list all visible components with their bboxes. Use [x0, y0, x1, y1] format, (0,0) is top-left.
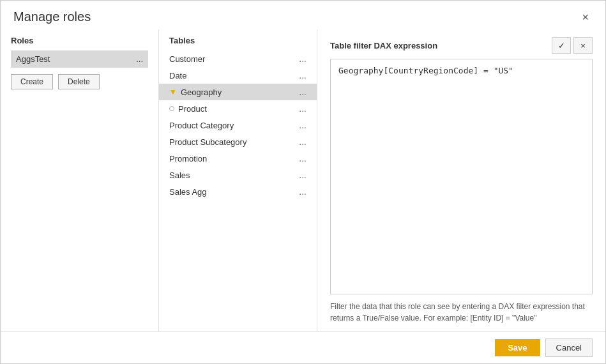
tables-pane: Tables Customer...Date...▼Geography...Pr… [159, 29, 317, 331]
create-button[interactable]: Create [11, 74, 53, 89]
dialog-body: Roles AggsTest ... Create Delete Tables … [1, 29, 605, 331]
tables-list: Customer...Date...▼Geography...Product..… [159, 50, 317, 200]
table-ellipsis[interactable]: ... [299, 153, 307, 163]
close-button[interactable]: × [578, 10, 593, 24]
dialog-title: Manage roles [13, 10, 91, 24]
table-item[interactable]: Promotion... [159, 150, 317, 167]
role-ellipsis[interactable]: ... [136, 54, 143, 64]
table-item[interactable]: Product Category... [159, 117, 317, 133]
manage-roles-dialog: Manage roles × Roles AggsTest ... Create… [0, 0, 606, 364]
dax-pane: Table filter DAX expression ✓ × Filter t… [317, 29, 605, 331]
dot-icon [169, 106, 174, 111]
table-ellipsis[interactable]: ... [299, 120, 307, 130]
table-item[interactable]: Customer... [159, 50, 317, 67]
dax-title: Table filter DAX expression [330, 41, 437, 50]
table-name: Sales [169, 171, 190, 180]
filter-icon: ▼ [169, 87, 177, 96]
table-item[interactable]: Sales Agg... [159, 183, 317, 200]
table-name: Product Subcategory [169, 137, 246, 147]
table-ellipsis[interactable]: ... [299, 70, 307, 80]
table-ellipsis[interactable]: ... [299, 54, 307, 64]
dax-expression-editor[interactable] [330, 59, 593, 294]
table-item[interactable]: Date... [159, 67, 317, 84]
dax-hint: Filter the data that this role can see b… [330, 301, 593, 324]
title-bar: Manage roles × [1, 1, 605, 29]
delete-button[interactable]: Delete [58, 74, 100, 89]
table-name: Date [169, 71, 186, 80]
dax-cancel-button[interactable]: × [573, 37, 593, 54]
table-name: Geography [181, 87, 222, 97]
table-name: Product Category [169, 121, 234, 130]
role-name: AggsTest [16, 54, 50, 64]
roles-pane: Roles AggsTest ... Create Delete [1, 29, 159, 331]
table-name: Promotion [169, 154, 207, 163]
table-item[interactable]: Product Subcategory... [159, 133, 317, 150]
table-ellipsis[interactable]: ... [299, 170, 307, 180]
role-item[interactable]: AggsTest ... [11, 50, 148, 68]
table-ellipsis[interactable]: ... [299, 103, 307, 114]
save-button[interactable]: Save [495, 339, 540, 356]
table-name: Customer [169, 54, 205, 64]
table-ellipsis[interactable]: ... [299, 87, 307, 97]
dax-header: Table filter DAX expression ✓ × [330, 37, 593, 54]
table-item[interactable]: Sales... [159, 167, 317, 183]
table-ellipsis[interactable]: ... [299, 186, 307, 197]
dialog-footer: Save Cancel [1, 331, 605, 363]
roles-title: Roles [11, 36, 148, 45]
table-ellipsis[interactable]: ... [299, 137, 307, 147]
table-name: Sales Agg [169, 187, 207, 197]
dax-confirm-button[interactable]: ✓ [552, 37, 571, 54]
table-name: Product [178, 104, 207, 114]
cancel-button[interactable]: Cancel [545, 338, 593, 357]
table-item[interactable]: ▼Geography... [159, 84, 317, 100]
dax-buttons: ✓ × [552, 37, 593, 54]
table-item[interactable]: Product... [159, 100, 317, 117]
tables-title: Tables [159, 36, 317, 45]
role-actions: Create Delete [11, 74, 148, 89]
